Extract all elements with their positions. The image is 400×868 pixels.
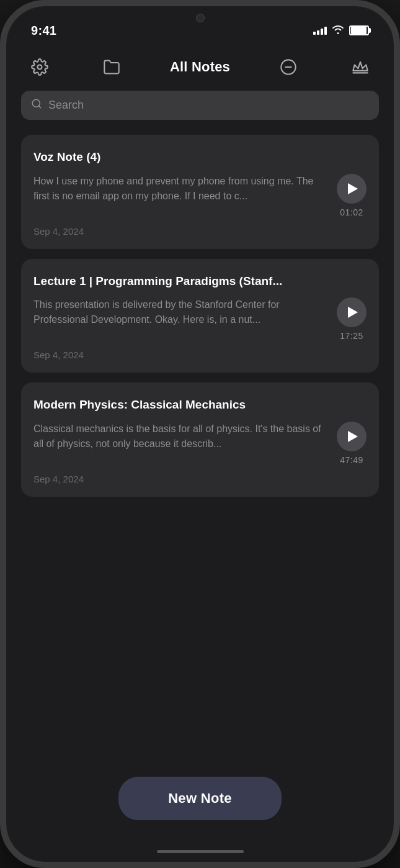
signal-bars <box>313 27 327 35</box>
duration-1: 01:02 <box>340 207 363 217</box>
play-section-1: 01:02 <box>337 174 367 217</box>
note-title-2: Lecture 1 | Programming Paradigms (Stanf… <box>33 274 367 289</box>
gear-icon <box>31 58 48 76</box>
search-bar[interactable]: Search <box>21 91 379 120</box>
wifi-icon <box>332 24 344 37</box>
play-button-2[interactable] <box>337 297 367 327</box>
new-note-label: New Note <box>168 790 232 807</box>
note-card-2[interactable]: Lecture 1 | Programming Paradigms (Stanf… <box>21 259 379 373</box>
duration-2: 17:25 <box>340 331 363 341</box>
battery-fill <box>351 27 367 34</box>
search-container: Search <box>6 91 394 130</box>
search-icon <box>31 98 42 112</box>
note-preview-2: This presentation is delivered by the St… <box>33 297 327 327</box>
note-date-2: Sep 4, 2024 <box>33 350 367 360</box>
note-body-row-2: This presentation is delivered by the St… <box>33 297 367 341</box>
note-card-3[interactable]: Modern Physics: Classical Mechanics Clas… <box>21 382 379 497</box>
note-title-1: Voz Note (4) <box>33 150 367 165</box>
play-section-3: 47:49 <box>337 422 367 465</box>
play-button-3[interactable] <box>337 422 367 451</box>
play-icon-3 <box>348 431 358 442</box>
status-bar: 9:41 <box>6 6 394 43</box>
folder-icon <box>103 58 120 76</box>
screen: 9:41 <box>6 6 394 862</box>
status-icons <box>313 24 369 37</box>
new-note-button[interactable]: New Note <box>118 777 282 820</box>
signal-bar-2 <box>317 30 319 35</box>
note-body-row-3: Classical mechanics is the basis for all… <box>33 422 367 465</box>
notes-list: Voz Note (4) How I use my phone and prev… <box>6 130 394 762</box>
signal-bar-3 <box>321 29 323 35</box>
crown-button[interactable] <box>347 53 374 81</box>
nav-bar: All Notes <box>6 43 394 91</box>
note-header-3: Modern Physics: Classical Mechanics <box>33 397 367 413</box>
svg-line-5 <box>38 106 40 107</box>
status-time: 9:41 <box>31 24 56 38</box>
note-date-1: Sep 4, 2024 <box>33 226 367 237</box>
play-section-2: 17:25 <box>337 297 367 341</box>
folder-button[interactable] <box>98 53 125 81</box>
minus-circle-icon <box>280 58 297 76</box>
play-icon-2 <box>348 307 358 318</box>
battery-icon <box>349 25 369 35</box>
duration-3: 47:49 <box>340 455 363 465</box>
note-header-2: Lecture 1 | Programming Paradigms (Stanf… <box>33 274 367 289</box>
note-card-1[interactable]: Voz Note (4) How I use my phone and prev… <box>21 135 379 249</box>
home-bar <box>157 850 244 853</box>
home-indicator <box>6 850 394 862</box>
note-date-3: Sep 4, 2024 <box>33 474 367 484</box>
play-button-1[interactable] <box>337 174 367 204</box>
note-body-row-1: How I use my phone and prevent my phone … <box>33 174 367 217</box>
crown-icon <box>352 58 369 76</box>
svg-point-0 <box>38 65 42 70</box>
note-header-1: Voz Note (4) <box>33 150 367 165</box>
note-preview-3: Classical mechanics is the basis for all… <box>33 422 327 451</box>
play-icon-1 <box>348 183 358 194</box>
minus-button[interactable] <box>275 53 302 81</box>
settings-button[interactable] <box>26 53 53 81</box>
phone-frame: 9:41 <box>0 0 400 868</box>
bottom-area: New Note <box>6 762 394 850</box>
front-camera <box>196 14 205 22</box>
note-title-3: Modern Physics: Classical Mechanics <box>33 397 367 413</box>
search-placeholder: Search <box>48 99 84 112</box>
note-preview-1: How I use my phone and prevent my phone … <box>33 174 327 204</box>
signal-bar-1 <box>313 32 316 35</box>
page-title: All Notes <box>170 59 230 75</box>
signal-bar-4 <box>324 27 327 35</box>
